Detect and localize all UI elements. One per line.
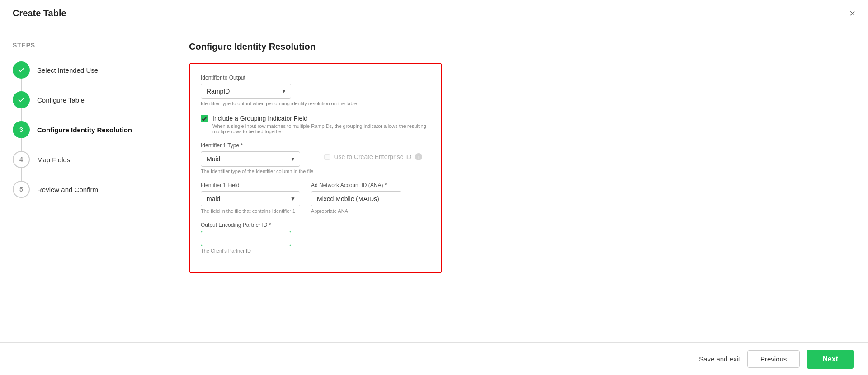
step-label-2: Configure Table xyxy=(37,96,85,104)
ana-input[interactable] xyxy=(311,191,401,206)
step-item-configure-table: Configure Table xyxy=(13,91,154,108)
identifier1-type-select-wrapper: Muid ▼ xyxy=(201,151,300,167)
identifier1-type-col: Identifier 1 Type * Muid ▼ The Identifie… xyxy=(201,142,313,182)
use-to-create-enterprise-id-label: Use to Create Enterprise ID xyxy=(334,153,411,160)
identifier1-field-select[interactable]: maid xyxy=(201,191,300,206)
modal-footer: Save and exit Previous Next xyxy=(0,342,868,375)
modal-header: Create Table × xyxy=(0,0,868,27)
identifier1-field-row: Identifier 1 Field maid ▼ The field in t… xyxy=(201,182,430,222)
ana-label: Ad Network Account ID (ANA) * xyxy=(311,182,430,188)
identifier1-field-select-wrapper: maid ▼ xyxy=(201,191,300,206)
use-to-create-enterprise-id-row: Use to Create Enterprise ID i xyxy=(324,153,430,160)
previous-button[interactable]: Previous xyxy=(747,350,800,368)
step-item-configure-identity-resolution: 3 Configure Identity Resolution xyxy=(13,121,154,138)
save-exit-button[interactable]: Save and exit xyxy=(699,355,740,363)
identifier-to-output-group: Identifier to Output RampID ▼ Identifier… xyxy=(201,75,430,106)
step-label-1: Select Intended Use xyxy=(37,66,98,74)
ana-group: Ad Network Account ID (ANA) * Appropriat… xyxy=(311,182,430,214)
config-box: Identifier to Output RampID ▼ Identifier… xyxy=(189,63,442,273)
close-button[interactable]: × xyxy=(849,9,855,19)
grouping-indicator-row: Include a Grouping Indicator Field When … xyxy=(201,114,430,134)
step-label-5: Review and Confirm xyxy=(37,186,98,193)
step-connector-2 xyxy=(21,108,22,121)
identifier1-type-select[interactable]: Muid xyxy=(201,151,300,167)
step-label-3: Configure Identity Resolution xyxy=(37,126,132,134)
identifier1-field-hint: The field in the file that contains Iden… xyxy=(201,208,300,214)
sidebar: Steps Select Intended Use Configure Tabl… xyxy=(0,27,167,342)
identifier1-field-label: Identifier 1 Field xyxy=(201,182,300,188)
identifier-to-output-hint: Identifier type to output when performin… xyxy=(201,101,430,106)
identifier1-type-label: Identifier 1 Type * xyxy=(201,142,313,149)
section-title: Configure Identity Resolution xyxy=(189,42,846,52)
grouping-indicator-checkbox[interactable] xyxy=(201,115,208,122)
step-connector-4 xyxy=(21,168,22,181)
info-icon[interactable]: i xyxy=(415,153,422,160)
next-button[interactable]: Next xyxy=(807,350,854,369)
main-content: Configure Identity Resolution Identifier… xyxy=(167,27,868,342)
grouping-indicator-label[interactable]: Include a Grouping Indicator Field xyxy=(212,115,307,122)
step-label-4: Map Fields xyxy=(37,156,70,164)
output-encoding-partner-id-hint: The Client's Partner ID xyxy=(201,248,430,253)
identifier1-type-group: Identifier 1 Type * Muid ▼ The Identifie… xyxy=(201,142,313,174)
ana-col: Ad Network Account ID (ANA) * Appropriat… xyxy=(311,182,430,222)
identifier1-type-hint: The Identifier type of the Identifier co… xyxy=(201,169,313,174)
modal-title: Create Table xyxy=(13,8,66,19)
identifier1-type-row: Identifier 1 Type * Muid ▼ The Identifie… xyxy=(201,142,430,182)
step-connector-1 xyxy=(21,79,22,91)
step-circle-2 xyxy=(13,91,30,108)
step-item-select-intended-use: Select Intended Use xyxy=(13,61,154,79)
step-circle-5: 5 xyxy=(13,181,30,198)
output-encoding-partner-id-label: Output Encoding Partner ID * xyxy=(201,222,430,228)
output-encoding-partner-id-input[interactable] xyxy=(201,231,291,246)
use-to-create-enterprise-id-checkbox[interactable] xyxy=(324,154,330,160)
identifier-to-output-label: Identifier to Output xyxy=(201,75,430,81)
output-encoding-partner-id-group: Output Encoding Partner ID * The Client'… xyxy=(201,222,430,253)
ana-hint: Appropriate ANA xyxy=(311,208,430,214)
grouping-indicator-hint: When a single input row matches to multi… xyxy=(212,123,430,134)
step-item-review-and-confirm: 5 Review and Confirm xyxy=(13,181,154,198)
step-connector-3 xyxy=(21,138,22,151)
enterprise-id-col: Use to Create Enterprise ID i xyxy=(324,142,430,160)
identifier1-field-col: Identifier 1 Field maid ▼ The field in t… xyxy=(201,182,300,222)
identifier1-field-group: Identifier 1 Field maid ▼ The field in t… xyxy=(201,182,300,214)
step-circle-4: 4 xyxy=(13,151,30,168)
identifier-to-output-select-wrapper: RampID ▼ xyxy=(201,84,291,99)
sidebar-title: Steps xyxy=(13,42,154,49)
identifier-to-output-select[interactable]: RampID xyxy=(201,84,291,99)
step-item-map-fields: 4 Map Fields xyxy=(13,151,154,168)
step-circle-1 xyxy=(13,61,30,79)
step-circle-3: 3 xyxy=(13,121,30,138)
modal-body: Steps Select Intended Use Configure Tabl… xyxy=(0,27,868,342)
